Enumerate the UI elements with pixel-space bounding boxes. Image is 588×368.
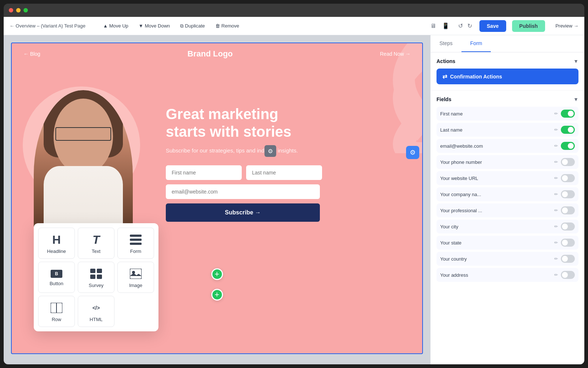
tab-steps[interactable]: Steps (431, 35, 461, 52)
field-city-edit-icon[interactable]: ✏ (554, 224, 558, 229)
nav-blog-link[interactable]: ← Blog (23, 51, 40, 57)
redo-button[interactable]: ↻ (466, 21, 474, 31)
trash-icon: 🗑 (215, 23, 220, 29)
publish-button[interactable]: Publish (512, 20, 545, 32)
block-html[interactable]: </> HTML (78, 296, 114, 327)
field-state-toggle[interactable] (561, 239, 575, 247)
field-state-label: Your state (440, 240, 551, 246)
field-address-edit-icon[interactable]: ✏ (554, 272, 558, 277)
confirmation-actions-button[interactable]: ⇄ Confirmation Actions (437, 69, 578, 84)
row-icon (51, 302, 62, 314)
svg-rect-6 (97, 275, 102, 279)
field-first-name-label: First name (440, 111, 551, 117)
editor-toolbar: ← Overview – (Variant A) Test Page ▲ Mov… (4, 17, 584, 35)
field-email-edit-icon[interactable]: ✏ (554, 143, 558, 148)
field-address-label: Your address (440, 272, 551, 278)
right-panel: Steps Form Actions ▼ ⇄ Confirmation Acti… (430, 35, 584, 364)
field-city-label: Your city (440, 224, 551, 229)
maximize-button[interactable] (23, 8, 28, 12)
field-state-edit-icon[interactable]: ✏ (554, 240, 558, 245)
mac-titlebar (4, 4, 584, 17)
block-headline[interactable]: H Headline (38, 228, 75, 259)
block-row[interactable]: Row (38, 296, 75, 327)
field-company-toggle[interactable] (561, 190, 575, 198)
first-name-input[interactable] (166, 165, 242, 180)
block-form[interactable]: Form (117, 228, 154, 259)
tab-form[interactable]: Form (461, 35, 491, 52)
field-website-toggle[interactable] (561, 174, 575, 182)
svg-rect-0 (130, 235, 142, 237)
field-country-edit-icon[interactable]: ✏ (554, 256, 558, 261)
svg-rect-5 (90, 275, 95, 279)
save-button[interactable]: Save (479, 20, 506, 32)
name-row (166, 165, 320, 180)
canvas-edge-gear[interactable]: ⚙ (264, 145, 276, 157)
form-label: Form (130, 249, 141, 254)
confirmation-icon: ⇄ (442, 73, 447, 80)
field-country: Your country ✏ (437, 252, 578, 266)
svg-rect-4 (97, 269, 102, 273)
block-text[interactable]: T Text (78, 228, 114, 259)
block-picker: H Headline T Text (34, 223, 158, 331)
form-icon (130, 234, 142, 246)
field-address-toggle[interactable] (561, 271, 575, 279)
field-company-label: Your company na... (440, 192, 551, 197)
headline-icon: H (51, 234, 62, 246)
section-settings-gear[interactable]: ⚙ (406, 146, 419, 159)
field-phone-toggle[interactable] (561, 158, 575, 166)
device-switcher: 🖥 📱 (429, 21, 451, 31)
duplicate-button[interactable]: ⧉ Duplicate (177, 22, 208, 30)
field-company: Your company na... ✏ (437, 187, 578, 201)
field-first-name-toggle[interactable] (561, 110, 575, 118)
field-email: email@website.com ✏ (437, 139, 578, 153)
block-survey[interactable]: Survey (78, 262, 114, 293)
field-phone-edit-icon[interactable]: ✏ (554, 159, 558, 165)
breadcrumb: ← Overview – (Variant A) Test Page (10, 23, 85, 29)
move-up-icon: ▲ (103, 23, 108, 29)
email-input[interactable] (166, 184, 320, 199)
hero-subtitle: Subscribe for our strategies, tips and i… (166, 146, 305, 155)
block-image[interactable]: Image (117, 262, 154, 293)
field-website: Your website URL ✏ (437, 171, 578, 185)
field-first-name-edit-icon[interactable]: ✏ (554, 111, 558, 116)
field-email-label: email@website.com (440, 143, 551, 149)
survey-icon (90, 268, 102, 280)
field-country-label: Your country (440, 256, 551, 262)
field-last-name-edit-icon[interactable]: ✏ (554, 127, 558, 132)
signup-form: Subscribe → (166, 165, 320, 222)
row-label: Row (52, 317, 61, 322)
submit-button[interactable]: Subscribe → (166, 203, 320, 222)
field-professional-toggle[interactable] (561, 206, 575, 214)
minimize-button[interactable] (16, 8, 21, 12)
page-canvas: ← Blog Brand Logo Read Now → (11, 43, 423, 354)
bottom-add-button[interactable]: + (211, 289, 223, 301)
image-label: Image (129, 283, 142, 288)
field-last-name-toggle[interactable] (561, 126, 575, 134)
fields-chevron-icon[interactable]: ▼ (573, 96, 578, 102)
field-email-toggle[interactable] (561, 142, 575, 150)
field-company-edit-icon[interactable]: ✏ (554, 192, 558, 197)
field-country-toggle[interactable] (561, 255, 575, 263)
headline-label: Headline (47, 249, 66, 254)
undo-button[interactable]: ↺ (457, 21, 464, 31)
desktop-view-button[interactable]: 🖥 (429, 21, 438, 31)
move-down-button[interactable]: ▼ Move Down (136, 22, 173, 30)
fields-title: Fields (437, 96, 451, 102)
duplicate-icon: ⧉ (180, 23, 183, 29)
field-website-edit-icon[interactable]: ✏ (554, 176, 558, 181)
remove-button[interactable]: 🗑 Remove (212, 22, 242, 30)
actions-header: Actions ▼ (437, 58, 578, 64)
field-professional-edit-icon[interactable]: ✏ (554, 208, 558, 213)
last-name-input[interactable] (246, 165, 322, 180)
breadcrumb-text[interactable]: ← Overview – (Variant A) Test Page (10, 23, 85, 29)
close-button[interactable] (9, 8, 13, 12)
block-button[interactable]: B Button (38, 262, 75, 293)
preview-link[interactable]: Preview → (555, 23, 578, 29)
actions-chevron-icon[interactable]: ▼ (573, 58, 578, 64)
svg-rect-7 (130, 269, 142, 279)
move-up-button[interactable]: ▲ Move Up (100, 22, 131, 30)
field-city-toggle[interactable] (561, 222, 575, 231)
mobile-view-button[interactable]: 📱 (441, 21, 451, 31)
add-section-button[interactable]: + (211, 268, 223, 280)
actions-title: Actions (437, 58, 455, 64)
